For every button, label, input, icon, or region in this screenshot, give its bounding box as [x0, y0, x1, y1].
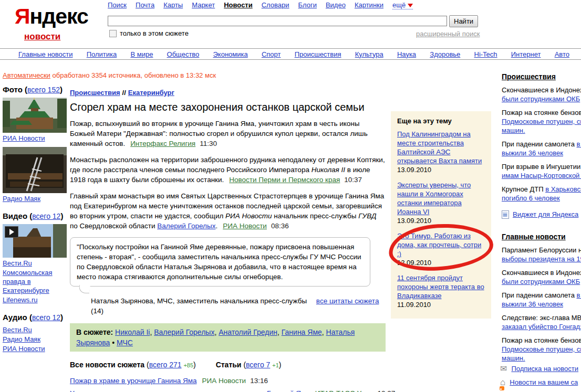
- top-nav-Словари[interactable]: Словари: [262, 1, 289, 9]
- in-story-link[interactable]: Анатолий Гредин: [219, 328, 277, 336]
- in-story-link[interactable]: Ганина Яме: [282, 328, 322, 336]
- all-quotes-link[interactable]: все цитаты сюжета: [316, 297, 379, 305]
- rubric-Политика[interactable]: Политика: [87, 50, 117, 58]
- right-news-text: При взрыве в Ингушетии: [502, 163, 580, 171]
- news-title-link[interactable]: Пожар в храме в урочище Ганина Яма: [70, 377, 196, 385]
- page-title: Сгорел храм на месте захоронения останко…: [70, 101, 386, 113]
- photo-caption-link[interactable]: РИА Новости: [3, 134, 45, 142]
- related-date: 13.09.2010: [397, 165, 486, 174]
- right-news-link[interactable]: выжили 36 человек: [502, 149, 563, 157]
- comma: ,: [322, 328, 326, 336]
- rubric-Культура[interactable]: Культура: [355, 50, 383, 58]
- right-news-link[interactable]: имам Насыр-Кортовской м: [502, 172, 581, 179]
- top-nav-Карты[interactable]: Карты: [163, 1, 183, 9]
- person-link[interactable]: Валерий Горелых: [157, 222, 215, 230]
- news-list-row: Установлена предварительная причина пожа…: [70, 389, 386, 392]
- right-news-link[interactable]: были сотрудниками ОКБ: [502, 95, 580, 103]
- rubric-Интернет[interactable]: Интернет: [511, 50, 541, 58]
- right-news-link[interactable]: в Н: [577, 140, 581, 148]
- audio-source-link[interactable]: Вести.Ru: [3, 325, 67, 334]
- right-news-link[interactable]: погибло 6 человек: [502, 194, 560, 202]
- right-news-item: Парламент Белоруссии навыборы президента…: [502, 246, 581, 263]
- related-link[interactable]: 11 сентября пройдут похороны жертв терак…: [397, 274, 484, 300]
- right-news-link[interactable]: выжили 36 человек: [502, 300, 563, 308]
- video-source-link[interactable]: Комсомольская правда в Екатеринбурге: [3, 268, 67, 295]
- source-link[interactable]: Новости Перми и Пермского края: [229, 176, 340, 184]
- all-news-count-link[interactable]: всего 271: [149, 361, 182, 369]
- right-news-text: Скончавшиеся в Индонез: [502, 269, 581, 277]
- right-news-link[interactable]: Подмосковье потушен, сг: [502, 345, 581, 353]
- right-news-link[interactable]: в Н: [577, 291, 581, 299]
- related-link[interactable]: Это Тимур. Работаю из дома, как прочтешь…: [397, 232, 481, 258]
- in-story-link[interactable]: МЧС: [117, 338, 133, 347]
- rubric-Общество[interactable]: Общество: [167, 50, 200, 58]
- only-this-story-checkbox[interactable]: [109, 30, 117, 37]
- source-link[interactable]: Интерфакс Религия: [130, 140, 195, 147]
- breadcrumb-rubric-link[interactable]: Происшествия: [70, 89, 120, 97]
- top-nav-Картинки[interactable]: Картинки: [355, 1, 383, 9]
- widget-link[interactable]: Виджет для Яндекса: [513, 210, 578, 219]
- right-news-link[interactable]: заказал убийство Гонгадзе: [502, 323, 581, 331]
- audio-count-link[interactable]: всего 12: [32, 313, 60, 322]
- rubric-Здоровье[interactable]: Здоровье: [430, 50, 460, 58]
- rubric-Hi-Tech[interactable]: Hi-Tech: [474, 50, 497, 58]
- related-link[interactable]: Эксперты уверены, что нашли в Холмогорах…: [397, 181, 471, 216]
- top-nav-Видео[interactable]: Видео: [326, 1, 346, 9]
- related-item: 11 сентября пройдут похороны жертв терак…: [397, 273, 486, 309]
- video-source-link[interactable]: Lifenews.ru: [3, 295, 67, 304]
- right-news-item: Скончавшиеся в Индонезбыли сотрудниками …: [502, 86, 581, 103]
- source-link[interactable]: РИА Новости: [223, 222, 267, 230]
- media-sidebar: Фото (всего 152) РИА Новости Р: [3, 85, 67, 354]
- auto-link[interactable]: Автоматически: [3, 71, 50, 79]
- rubric-Авто[interactable]: Авто: [555, 50, 569, 58]
- in-story-link[interactable]: Валерий Горелых: [154, 328, 214, 336]
- rubric-Главные новости[interactable]: Главные новости: [18, 50, 73, 58]
- right-news-link[interactable]: были сотрудниками ОКБ: [502, 278, 580, 285]
- top-nav-Поиск[interactable]: Поиск: [108, 1, 127, 9]
- search-input[interactable]: [108, 16, 447, 26]
- rubric-Происшествия[interactable]: Происшествия: [295, 50, 341, 58]
- top-nav-ещё[interactable]: ещё: [392, 1, 413, 9]
- top-nav-Новости[interactable]: Новости: [224, 1, 253, 9]
- photo-thumbnail-burnt[interactable]: [3, 147, 67, 193]
- site-news-link[interactable]: Новости на вашем са: [510, 376, 578, 389]
- rubric-В мире[interactable]: В мире: [130, 50, 153, 58]
- subscribe-link[interactable]: Подписка на новости: [511, 362, 578, 376]
- play-icon[interactable]: [5, 226, 18, 238]
- quote-tail: [78, 285, 90, 293]
- articles-count-link[interactable]: всего 7: [246, 361, 270, 369]
- top-nav-Блоги[interactable]: Блоги: [298, 1, 317, 9]
- search-button[interactable]: Найти: [449, 15, 478, 27]
- rubric-Наука[interactable]: Наука: [397, 50, 416, 58]
- rubric-Экономика[interactable]: Экономика: [213, 50, 248, 58]
- video-source-link[interactable]: Вести.Ru: [3, 259, 67, 268]
- right-news-link[interactable]: выборы президента на 19: [502, 255, 581, 263]
- right-news-link[interactable]: Подмосковье потушен, сг: [502, 118, 581, 125]
- photo-thumbnail-church[interactable]: [3, 98, 67, 133]
- right-news-link[interactable]: машин.: [502, 354, 525, 362]
- right-news-link[interactable]: в Харьковско: [545, 185, 581, 193]
- photo-caption-link[interactable]: Радио Маяк: [3, 195, 40, 203]
- yandex-logo[interactable]: Яндекс: [15, 4, 88, 29]
- breadcrumb-city-link[interactable]: Екатеринбург: [128, 89, 174, 97]
- advanced-search-link[interactable]: расширенный поиск: [416, 30, 480, 38]
- news-list-header: Все новости сюжета (всего 271 +85) Стать…: [70, 360, 386, 370]
- in-story-link[interactable]: Николай Ii: [115, 328, 150, 336]
- rubrics-nav: Главные новостиПолитикаВ миреОбществоЭко…: [0, 48, 581, 60]
- story-paragraph: Монастырь расположен на территории забро…: [70, 155, 386, 185]
- audio-source-link[interactable]: РИА Новости: [3, 344, 67, 353]
- right-news-link[interactable]: машин.: [502, 126, 525, 134]
- photo-header: Фото (всего 152): [3, 85, 67, 94]
- news-list-row: Пожар в храме в урочище Ганина ЯмаРИА Но…: [70, 377, 386, 385]
- related-link[interactable]: Под Калининградом на месте строительства…: [397, 130, 482, 165]
- photo-count-link[interactable]: всего 152: [27, 86, 60, 94]
- section-title-link[interactable]: Главные новости: [502, 232, 566, 241]
- top-nav-Маркет[interactable]: Маркет: [192, 1, 215, 9]
- top-nav-Почта[interactable]: Почта: [136, 1, 154, 9]
- news-title-link[interactable]: Установлена предварительная причина пожа…: [70, 389, 310, 392]
- rubric-Спорт[interactable]: Спорт: [262, 50, 281, 58]
- audio-source-link[interactable]: Радио Маяк: [3, 335, 67, 344]
- news-service-link[interactable]: новости: [24, 31, 60, 42]
- section-title-link[interactable]: Происшествия: [502, 72, 556, 81]
- video-count-link[interactable]: всего 12: [32, 212, 60, 220]
